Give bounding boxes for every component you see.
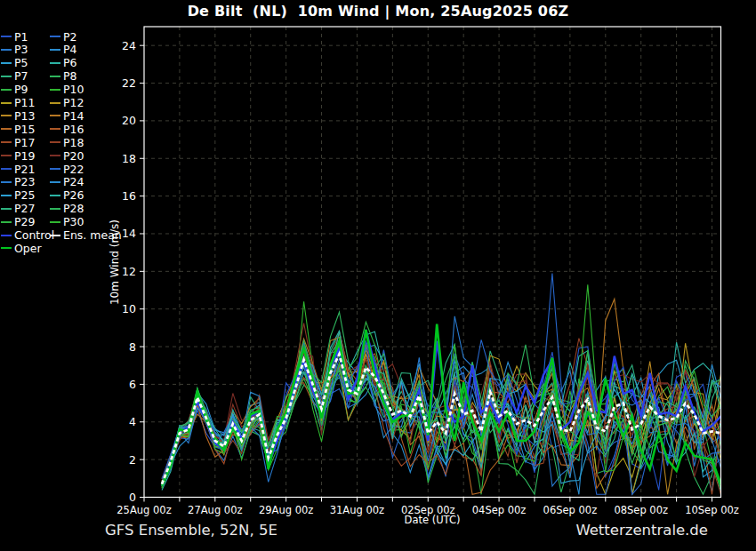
ensemble-lines bbox=[162, 274, 721, 495]
x-axis-title: Date (UTC) bbox=[405, 514, 461, 526]
x-tick-label: 31Aug 00z bbox=[330, 504, 384, 516]
footer-site-label: Wetterzentrale.de bbox=[575, 522, 708, 539]
x-tick-label: 27Aug 00z bbox=[188, 504, 242, 516]
series-P14 bbox=[162, 299, 721, 482]
footer-model-label: GFS Ensemble, 52N, 5E bbox=[105, 522, 277, 539]
y-tick-label: 14 bbox=[122, 227, 136, 240]
wind-ensemble-chart: 02468101214161820222425Aug 00z27Aug 00z2… bbox=[0, 0, 756, 551]
x-tick-label: 25Aug 00z bbox=[117, 504, 171, 516]
x-tick-label: 10Sep 00z bbox=[685, 504, 739, 516]
y-tick-label: 16 bbox=[122, 189, 136, 203]
x-tick-label: 06Sep 00z bbox=[543, 504, 598, 516]
y-tick-label: 24 bbox=[122, 39, 136, 52]
y-tick-label: 0 bbox=[129, 491, 136, 504]
y-tick-label: 8 bbox=[129, 340, 136, 354]
x-tick-label: 04Sep 00z bbox=[472, 504, 527, 516]
y-tick-label: 10 bbox=[122, 302, 136, 315]
x-tick-label: 08Sep 00z bbox=[614, 504, 668, 516]
y-tick-label: 22 bbox=[122, 76, 136, 90]
y-tick-label: 6 bbox=[129, 378, 136, 391]
y-tick-label: 18 bbox=[122, 152, 136, 165]
y-tick-label: 4 bbox=[129, 415, 136, 428]
x-tick-label: 29Aug 00z bbox=[259, 504, 313, 516]
wetterzentrale-ensemble-page: { "title": "De Bilt (NL) 10m Wind | Mon,… bbox=[0, 0, 756, 551]
y-tick-label: 2 bbox=[129, 453, 136, 467]
y-tick-label: 12 bbox=[122, 265, 136, 278]
y-tick-label: 20 bbox=[122, 114, 136, 127]
y-axis-title: 10m Wind (m/s) bbox=[109, 220, 121, 305]
